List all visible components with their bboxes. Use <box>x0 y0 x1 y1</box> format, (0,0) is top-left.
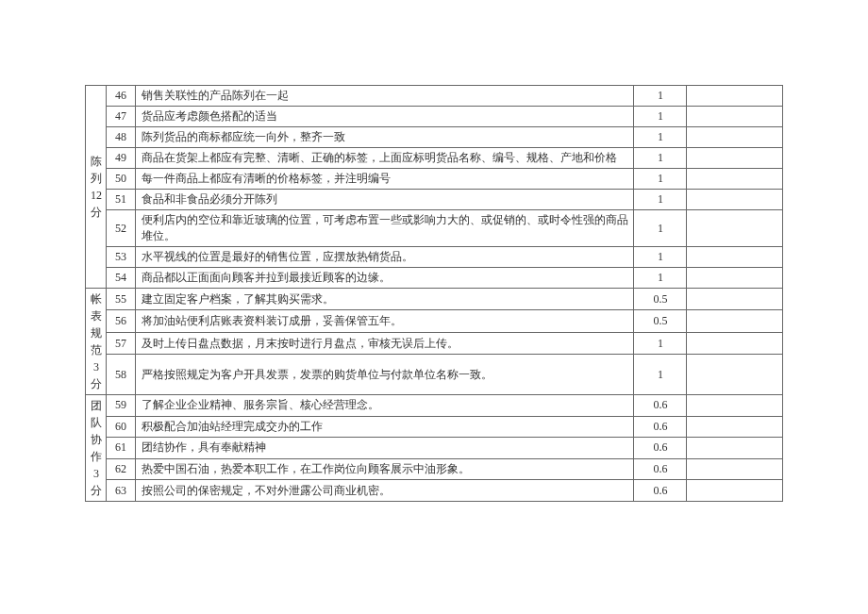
table-row: 陈列12分46销售关联性的产品陈列在一起1 <box>86 86 783 107</box>
row-description: 陈列货品的商标都应统一向外，整齐一致 <box>135 127 634 148</box>
row-description: 将加油站便利店账表资料装订成册，妥善保管五年。 <box>135 310 634 332</box>
row-blank <box>687 310 783 332</box>
row-blank <box>687 190 783 210</box>
row-number: 53 <box>107 247 135 268</box>
row-blank <box>687 355 783 395</box>
row-description: 便利店内的空位和靠近玻璃的位置，可考虑布置一些或影响力大的、或促销的、或时令性强… <box>135 210 634 247</box>
row-score: 1 <box>634 107 687 127</box>
row-number: 61 <box>107 438 135 459</box>
row-score: 1 <box>634 210 687 247</box>
row-blank <box>687 289 783 310</box>
row-number: 50 <box>107 169 135 190</box>
row-number: 46 <box>107 86 135 107</box>
category-label: 陈列12分 <box>90 153 103 221</box>
table-row: 49商品在货架上都应有完整、清晰、正确的标签，上面应标明货品名称、编号、规格、产… <box>86 148 783 169</box>
row-number: 47 <box>107 107 135 127</box>
row-score: 0.6 <box>634 438 687 459</box>
row-score: 1 <box>634 355 687 395</box>
row-blank <box>687 107 783 127</box>
row-number: 51 <box>107 190 135 210</box>
category-label: 团队协作3分 <box>90 397 103 499</box>
row-description: 按照公司的保密规定，不对外泄露公司商业机密。 <box>135 480 634 502</box>
row-score: 1 <box>634 169 687 190</box>
row-description: 热爱中国石油，热爱本职工作，在工作岗位向顾客展示中油形象。 <box>135 458 634 480</box>
row-blank <box>687 458 783 480</box>
row-blank <box>687 210 783 247</box>
row-blank <box>687 247 783 268</box>
row-description: 商品在货架上都应有完整、清晰、正确的标签，上面应标明货品名称、编号、规格、产地和… <box>135 148 634 169</box>
table-row: 58严格按照规定为客户开具发票，发票的购货单位与付款单位名称一致。1 <box>86 355 783 395</box>
row-score: 0.5 <box>634 289 687 310</box>
row-number: 62 <box>107 458 135 480</box>
table-row: 61团结协作，具有奉献精神0.6 <box>86 438 783 459</box>
row-score: 1 <box>634 148 687 169</box>
row-blank <box>687 86 783 107</box>
row-description: 严格按照规定为客户开具发票，发票的购货单位与付款单位名称一致。 <box>135 355 634 395</box>
category-cell: 团队协作3分 <box>86 395 107 502</box>
row-description: 积极配合加油站经理完成交办的工作 <box>135 416 634 438</box>
row-score: 1 <box>634 127 687 148</box>
row-score: 1 <box>634 332 687 354</box>
evaluation-table: 陈列12分46销售关联性的产品陈列在一起147货品应考虑颜色搭配的适当148陈列… <box>85 85 783 502</box>
row-blank <box>687 169 783 190</box>
table-row: 60积极配合加油站经理完成交办的工作0.6 <box>86 416 783 438</box>
row-description: 水平视线的位置是最好的销售位置，应摆放热销货品。 <box>135 247 634 268</box>
row-blank <box>687 268 783 289</box>
row-score: 0.6 <box>634 416 687 438</box>
table-row: 帐表规范3分55建立固定客户档案，了解其购买需求。0.5 <box>86 289 783 310</box>
row-number: 49 <box>107 148 135 169</box>
row-description: 食品和非食品必须分开陈列 <box>135 190 634 210</box>
row-score: 0.6 <box>634 395 687 417</box>
table-row: 54商品都以正面面向顾客并拉到最接近顾客的边缘。1 <box>86 268 783 289</box>
row-description: 货品应考虑颜色搭配的适当 <box>135 107 634 127</box>
row-number: 60 <box>107 416 135 438</box>
row-blank <box>687 148 783 169</box>
row-number: 57 <box>107 332 135 354</box>
row-blank <box>687 332 783 354</box>
row-number: 63 <box>107 480 135 502</box>
table-row: 57及时上传日盘点数据，月末按时进行月盘点，审核无误后上传。1 <box>86 332 783 354</box>
row-blank <box>687 416 783 438</box>
table-row: 56将加油站便利店账表资料装订成册，妥善保管五年。0.5 <box>86 310 783 332</box>
table-row: 62热爱中国石油，热爱本职工作，在工作岗位向顾客展示中油形象。0.6 <box>86 458 783 480</box>
category-cell: 帐表规范3分 <box>86 289 107 395</box>
row-number: 59 <box>107 395 135 417</box>
row-description: 及时上传日盘点数据，月末按时进行月盘点，审核无误后上传。 <box>135 332 634 354</box>
row-blank <box>687 127 783 148</box>
row-score: 1 <box>634 86 687 107</box>
table-row: 团队协作3分59了解企业企业精神、服务宗旨、核心经营理念。0.6 <box>86 395 783 417</box>
row-number: 48 <box>107 127 135 148</box>
row-score: 0.6 <box>634 458 687 480</box>
row-score: 0.5 <box>634 310 687 332</box>
table-row: 63按照公司的保密规定，不对外泄露公司商业机密。0.6 <box>86 480 783 502</box>
row-number: 54 <box>107 268 135 289</box>
row-description: 建立固定客户档案，了解其购买需求。 <box>135 289 634 310</box>
row-description: 每一件商品上都应有清晰的价格标签，并注明编号 <box>135 169 634 190</box>
row-score: 1 <box>634 268 687 289</box>
row-description: 团结协作，具有奉献精神 <box>135 438 634 459</box>
row-number: 52 <box>107 210 135 247</box>
table-row: 48陈列货品的商标都应统一向外，整齐一致1 <box>86 127 783 148</box>
row-number: 55 <box>107 289 135 310</box>
row-blank <box>687 438 783 459</box>
table-row: 47货品应考虑颜色搭配的适当1 <box>86 107 783 127</box>
row-description: 销售关联性的产品陈列在一起 <box>135 86 634 107</box>
row-number: 56 <box>107 310 135 332</box>
row-description: 商品都以正面面向顾客并拉到最接近顾客的边缘。 <box>135 268 634 289</box>
row-score: 1 <box>634 190 687 210</box>
table-row: 51食品和非食品必须分开陈列1 <box>86 190 783 210</box>
row-number: 58 <box>107 355 135 395</box>
row-description: 了解企业企业精神、服务宗旨、核心经营理念。 <box>135 395 634 417</box>
row-blank <box>687 480 783 502</box>
row-blank <box>687 395 783 417</box>
row-score: 0.6 <box>634 480 687 502</box>
table-row: 53水平视线的位置是最好的销售位置，应摆放热销货品。1 <box>86 247 783 268</box>
table-row: 50每一件商品上都应有清晰的价格标签，并注明编号1 <box>86 169 783 190</box>
category-label: 帐表规范3分 <box>90 290 103 392</box>
category-cell: 陈列12分 <box>86 86 107 289</box>
table-row: 52便利店内的空位和靠近玻璃的位置，可考虑布置一些或影响力大的、或促销的、或时令… <box>86 210 783 247</box>
row-score: 1 <box>634 247 687 268</box>
